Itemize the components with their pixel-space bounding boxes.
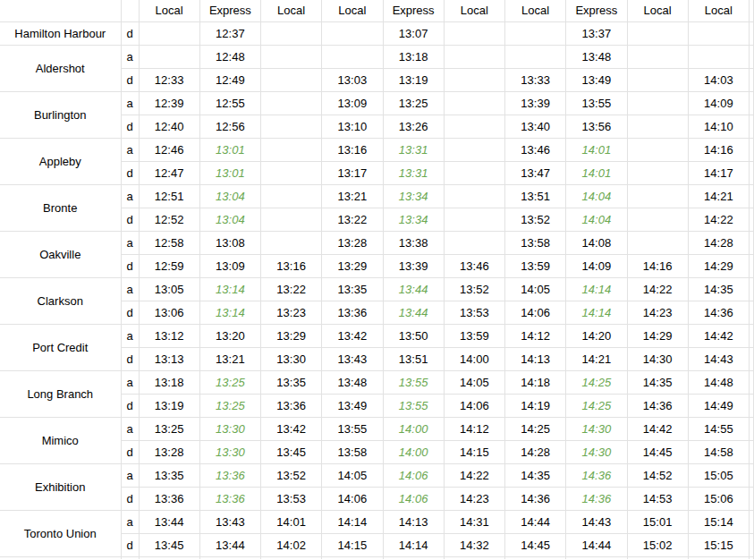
time-cell-aldershot-d-col9[interactable]: 14:03 [688,69,749,92]
station-name-mimico[interactable]: Mimico [0,418,121,464]
time-cell-aldershot-a-col5[interactable] [444,46,504,69]
time-cell-aldershot-a-col6[interactable] [505,46,566,69]
column-header-local-8[interactable]: Local [627,0,688,22]
time-cell-oakville-a-col5[interactable] [444,232,504,255]
time-cell-aldershot-a-col3[interactable] [322,46,383,69]
time-cell-clarkson-a-col9[interactable]: 14:35 [688,278,749,301]
time-cell-oakville-a-col1[interactable]: 13:08 [199,232,260,255]
time-cell-bronte-a-col7[interactable]: 14:04 [566,185,627,208]
time-cell-mimico-a-col1[interactable]: 13:30 [199,418,260,441]
time-cell-exhibition-d-col9[interactable]: 15:06 [688,488,749,511]
time-cell-clarkson-a-col7[interactable]: 14:14 [566,278,627,301]
time-cell-exhibition-d-col5[interactable]: 14:23 [444,488,504,511]
column-header-express-4[interactable]: Express [383,0,444,22]
time-cell-port-credit-d-col2[interactable]: 13:30 [261,348,322,371]
time-cell-burlington-a-col1[interactable]: 12:55 [199,92,260,115]
time-cell-hamilton-harbour-d-col8[interactable] [627,22,688,46]
time-cell-mimico-a-col6[interactable]: 14:25 [505,418,566,441]
time-cell-appleby-d-col4[interactable]: 13:31 [383,162,444,185]
station-name-hamilton-harbour[interactable]: Hamilton Harbour [0,22,121,46]
time-cell-exhibition-a-col7[interactable]: 14:36 [566,464,627,488]
time-cell-appleby-a-col5[interactable] [444,139,504,162]
station-name-port-credit[interactable]: Port Credit [0,325,121,371]
time-cell-hamilton-harbour-d-col4[interactable]: 13:07 [383,22,444,46]
corner-blank-station[interactable] [0,0,121,22]
time-cell-bronte-a-col1[interactable]: 13:04 [199,185,260,208]
time-cell-long-branch-a-col5[interactable]: 14:05 [444,371,504,395]
time-cell-port-credit-a-col2[interactable]: 13:29 [261,325,322,348]
time-cell-burlington-a-col8[interactable] [627,92,688,115]
time-cell-appleby-a-col7[interactable]: 14:01 [566,139,627,162]
time-cell-clarkson-a-col5[interactable]: 13:52 [444,278,504,301]
column-header-local-6[interactable]: Local [505,0,566,22]
time-cell-port-credit-a-col4[interactable]: 13:50 [383,325,444,348]
station-name-appleby[interactable]: Appleby [0,139,121,185]
arrive-depart-label-a[interactable]: a [121,278,139,301]
time-cell-port-credit-d-col8[interactable]: 14:30 [627,348,688,371]
time-cell-burlington-d-col3[interactable]: 13:10 [322,115,383,139]
time-cell-long-branch-d-col3[interactable]: 13:49 [322,395,383,418]
time-cell-burlington-a-col2[interactable] [261,92,322,115]
time-cell-clarkson-d-col7[interactable]: 14:14 [566,301,627,325]
column-header-local-5[interactable]: Local [444,0,504,22]
time-cell-long-branch-a-col8[interactable]: 14:35 [627,371,688,395]
time-cell-clarkson-d-col0[interactable]: 13:06 [139,301,199,325]
time-cell-oakville-a-col7[interactable]: 14:08 [566,232,627,255]
time-cell-bronte-a-col8[interactable] [627,185,688,208]
time-cell-oakville-d-col9[interactable]: 14:29 [688,255,749,278]
time-cell-aldershot-a-col9[interactable] [688,46,749,69]
time-cell-mimico-d-col8[interactable]: 14:45 [627,441,688,464]
time-cell-clarkson-d-col4[interactable]: 13:44 [383,301,444,325]
time-cell-exhibition-a-col1[interactable]: 13:36 [199,464,260,488]
time-cell-oakville-a-col8[interactable] [627,232,688,255]
time-cell-long-branch-a-col7[interactable]: 14:25 [566,371,627,395]
time-cell-burlington-a-col7[interactable]: 13:55 [566,92,627,115]
time-cell-oakville-d-col6[interactable]: 13:59 [505,255,566,278]
station-name-oakville[interactable]: Oakville [0,232,121,278]
arrive-depart-label-d[interactable]: d [121,301,139,325]
time-cell-clarkson-a-col1[interactable]: 13:14 [199,278,260,301]
time-cell-long-branch-a-col9[interactable]: 14:48 [688,371,749,395]
column-header-express-1[interactable]: Express [199,0,260,22]
time-cell-clarkson-d-col1[interactable]: 13:14 [199,301,260,325]
time-cell-mimico-a-col7[interactable]: 14:30 [566,418,627,441]
time-cell-burlington-a-col4[interactable]: 13:25 [383,92,444,115]
column-header-local-9[interactable]: Local [688,0,749,22]
time-cell-burlington-d-col8[interactable] [627,115,688,139]
time-cell-oakville-a-col6[interactable]: 13:58 [505,232,566,255]
time-cell-bronte-d-col6[interactable]: 13:52 [505,208,566,232]
time-cell-long-branch-a-col1[interactable]: 13:25 [199,371,260,395]
time-cell-mimico-a-col4[interactable]: 14:00 [383,418,444,441]
time-cell-appleby-a-col9[interactable]: 14:16 [688,139,749,162]
time-cell-toronto-union-d-col0[interactable]: 13:45 [139,534,199,557]
time-cell-mimico-d-col4[interactable]: 14:00 [383,441,444,464]
arrive-depart-label-d[interactable]: d [121,208,139,232]
arrive-depart-label-d[interactable]: d [121,162,139,185]
time-cell-exhibition-d-col1[interactable]: 13:36 [199,488,260,511]
time-cell-bronte-a-col6[interactable]: 13:51 [505,185,566,208]
time-cell-clarkson-d-col3[interactable]: 13:36 [322,301,383,325]
time-cell-clarkson-a-col2[interactable]: 13:22 [261,278,322,301]
time-cell-oakville-a-col3[interactable]: 13:28 [322,232,383,255]
time-cell-exhibition-a-col2[interactable]: 13:52 [261,464,322,488]
time-cell-bronte-d-col2[interactable] [261,208,322,232]
time-cell-long-branch-d-col4[interactable]: 13:55 [383,395,444,418]
arrive-depart-label-a[interactable]: a [121,371,139,395]
time-cell-appleby-d-col7[interactable]: 14:01 [566,162,627,185]
time-cell-appleby-d-col0[interactable]: 12:47 [139,162,199,185]
time-cell-aldershot-d-col1[interactable]: 12:49 [199,69,260,92]
time-cell-clarkson-a-col4[interactable]: 13:44 [383,278,444,301]
arrive-depart-label-a[interactable]: a [121,232,139,255]
time-cell-bronte-d-col7[interactable]: 14:04 [566,208,627,232]
time-cell-bronte-a-col2[interactable] [261,185,322,208]
arrive-depart-label-d[interactable]: d [121,22,139,46]
time-cell-long-branch-d-col2[interactable]: 13:36 [261,395,322,418]
time-cell-exhibition-d-col3[interactable]: 14:06 [322,488,383,511]
time-cell-exhibition-d-col0[interactable]: 13:36 [139,488,199,511]
time-cell-exhibition-a-col6[interactable]: 14:35 [505,464,566,488]
arrive-depart-label-a[interactable]: a [121,325,139,348]
time-cell-appleby-a-col3[interactable]: 13:16 [322,139,383,162]
arrive-depart-label-d[interactable]: d [121,69,139,92]
time-cell-toronto-union-a-col6[interactable]: 14:44 [505,511,566,534]
arrive-depart-label-a[interactable]: a [121,139,139,162]
